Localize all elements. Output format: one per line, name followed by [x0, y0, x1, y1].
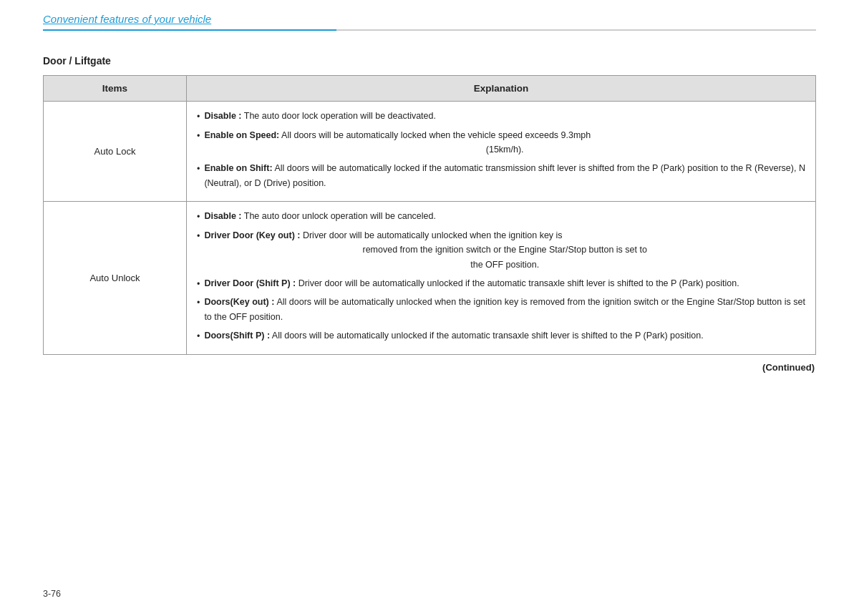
item-auto-unlock: Auto Unlock [44, 202, 187, 355]
bullet-doors-key-out: • Doors(Key out) : All doors will be aut… [197, 295, 805, 324]
col-header-items: Items [44, 76, 187, 102]
explanation-auto-unlock: • Disable : The auto door unlock operati… [187, 202, 816, 355]
table-row: Auto Unlock • Disable : The auto door un… [44, 202, 816, 355]
bullet-enable-shift: • Enable on Shift: All doors will be aut… [197, 161, 805, 190]
table-row: Auto Lock • Disable : The auto door lock… [44, 102, 816, 202]
bullet-driver-key-out: • Driver Door (Key out) : Driver door wi… [197, 228, 805, 273]
header-divider [43, 29, 816, 31]
item-auto-lock: Auto Lock [44, 102, 187, 202]
section-title: Door / Liftgate [43, 55, 816, 67]
continued-label: (Continued) [43, 362, 816, 373]
bullet-doors-shift-p: • Doors(Shift P) : All doors will be aut… [197, 328, 805, 344]
bullet-driver-shift-p: • Driver Door (Shift P) : Driver door wi… [197, 276, 805, 292]
page-number: 3-76 [43, 589, 61, 599]
bullet-disable-unlock: • Disable : The auto door unlock operati… [197, 209, 805, 225]
main-table: Items Explanation Auto Lock • Disable : … [43, 75, 816, 355]
page-header-title: Convenient features of your vehicle [43, 13, 211, 25]
explanation-auto-lock: • Disable : The auto door lock operation… [187, 102, 816, 202]
bullet-disable-lock: • Disable : The auto door lock operation… [197, 109, 805, 124]
bullet-enable-speed: • Enable on Speed: All doors will be aut… [197, 128, 805, 157]
col-header-explanation: Explanation [187, 76, 816, 102]
